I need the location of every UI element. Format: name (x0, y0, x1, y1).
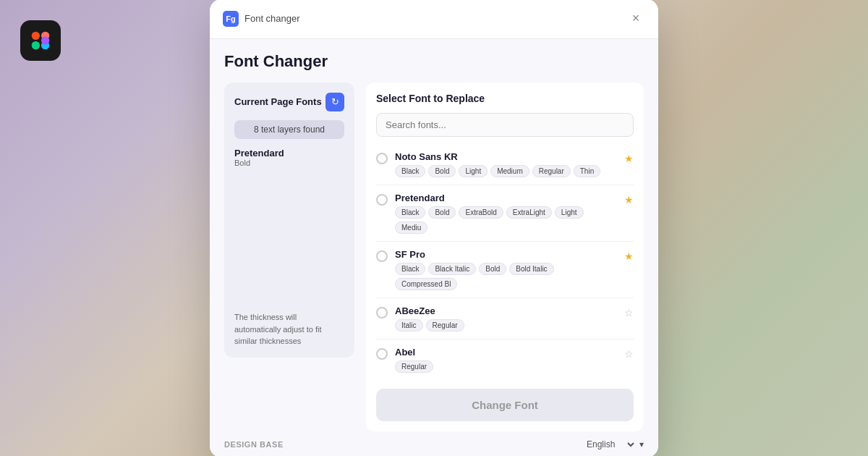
font-tags: Regular (395, 360, 617, 373)
language-dropdown[interactable]: English Korean Japanese (584, 439, 637, 450)
font-row: ABeeZee Italic Regular ☆ (376, 298, 634, 339)
tag: Medium (490, 165, 529, 177)
change-font-button[interactable]: Change Font (376, 389, 634, 421)
modal-body: Font Changer Current Page Fonts ↻ 8 text… (210, 39, 658, 431)
font-changer-modal: Fg Font changer × Font Changer Current P… (210, 0, 658, 456)
tag: Black (395, 263, 425, 275)
font-row-content: Abel Regular (395, 347, 617, 373)
font-row-content: ABeeZee Italic Regular (395, 305, 617, 332)
modal-main-title: Font Changer (224, 52, 644, 71)
tag: Bold (428, 206, 456, 219)
font-radio-4[interactable] (376, 348, 388, 360)
svg-point-4 (41, 36, 49, 44)
plugin-icon: Fg (223, 11, 239, 27)
left-panel: Current Page Fonts ↻ 8 text layers found… (224, 83, 354, 358)
font-row-content: SF Pro Black Black Italic Bold Bold Ital… (395, 249, 617, 290)
current-page-fonts-title: Current Page Fonts (234, 96, 322, 107)
tag: ExtraLight (506, 206, 552, 219)
left-panel-header: Current Page Fonts ↻ (234, 93, 344, 111)
font-row: Pretendard Black Bold ExtraBold ExtraLig… (376, 185, 634, 242)
font-row: Abel Regular ☆ (376, 339, 634, 380)
right-panel-title: Select Font to Replace (376, 93, 634, 104)
tag: Light (555, 206, 584, 219)
footer-brand: DESIGN BASE (224, 440, 284, 449)
font-row: SF Pro Black Black Italic Bold Bold Ital… (376, 242, 634, 298)
text-layers-badge: 8 text layers found (234, 120, 344, 139)
font-tags: Black Bold ExtraBold ExtraLight Light Me… (395, 206, 617, 234)
tag: Italic (395, 319, 423, 332)
font-radio-3[interactable] (376, 307, 388, 318)
refresh-button[interactable]: ↻ (326, 93, 344, 111)
close-button[interactable]: × (626, 9, 645, 28)
svg-rect-0 (32, 32, 40, 40)
tag: Regular (532, 165, 571, 177)
svg-rect-2 (32, 41, 40, 49)
tag: ExtraBold (459, 206, 503, 219)
tag: Bold Italic (509, 263, 553, 275)
tag: Thin (574, 165, 600, 177)
star-button-3[interactable]: ☆ (624, 307, 634, 318)
tag: Bold (428, 165, 456, 177)
font-tags: Black Black Italic Bold Bold Italic Comp… (395, 263, 617, 290)
font-row-content: Noto Sans KR Black Bold Light Medium Reg… (395, 151, 617, 177)
tag: Mediu (395, 221, 427, 234)
modal-footer: DESIGN BASE English Korean Japanese ▾ (210, 431, 658, 457)
search-input[interactable] (376, 113, 634, 137)
font-tags: Black Bold Light Medium Regular Thin (395, 165, 617, 177)
font-row: Noto Sans KR Black Bold Light Medium Reg… (376, 144, 634, 185)
two-column-layout: Current Page Fonts ↻ 8 text layers found… (224, 83, 644, 431)
font-row-name: SF Pro (395, 249, 617, 260)
figma-app-icon (20, 20, 61, 61)
tag: Bold (479, 263, 506, 275)
tag: Black (395, 206, 425, 219)
font-row-content: Pretendard Black Bold ExtraBold ExtraLig… (395, 193, 617, 234)
left-panel-hint: The thickness will automatically adjust … (234, 305, 344, 347)
tag: Compressed Bl (395, 278, 457, 290)
star-button-4[interactable]: ☆ (624, 348, 634, 360)
font-radio-1[interactable] (376, 194, 388, 206)
font-radio-2[interactable] (376, 250, 388, 262)
star-button-2[interactable]: ★ (624, 250, 634, 262)
tag: Light (459, 165, 488, 177)
font-tags: Italic Regular (395, 319, 617, 332)
font-entry-weight: Bold (234, 159, 344, 167)
font-radio-0[interactable] (376, 153, 388, 164)
font-list: Noto Sans KR Black Bold Light Medium Reg… (376, 144, 634, 380)
modal-header: Fg Font changer × (210, 0, 658, 39)
font-row-name: ABeeZee (395, 305, 617, 316)
star-button-0[interactable]: ★ (624, 153, 634, 164)
right-panel: Select Font to Replace Noto Sans KR Blac… (366, 83, 644, 431)
font-row-name: Noto Sans KR (395, 151, 617, 162)
modal-header-title: Font changer (244, 13, 300, 24)
font-row-name: Pretendard (395, 193, 617, 203)
tag: Regular (426, 319, 464, 332)
tag: Black Italic (428, 263, 476, 275)
font-entry-name: Pretendard (234, 148, 344, 159)
tag: Black (395, 165, 425, 177)
refresh-icon: ↻ (331, 96, 339, 107)
font-row-name: Abel (395, 347, 617, 358)
tag: Regular (395, 360, 433, 373)
modal-header-left: Fg Font changer (223, 11, 300, 27)
chevron-down-icon: ▾ (639, 439, 644, 449)
font-entry: Pretendard Bold (234, 148, 344, 167)
star-button-1[interactable]: ★ (624, 194, 634, 206)
language-selector[interactable]: English Korean Japanese ▾ (584, 439, 644, 450)
